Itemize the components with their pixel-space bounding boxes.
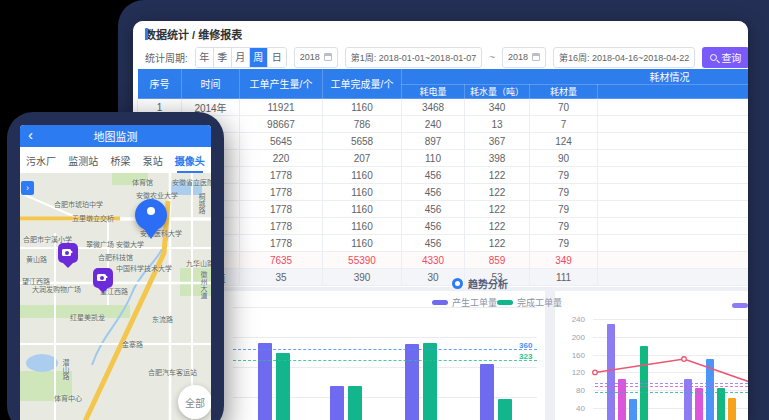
table-cell: 111	[530, 269, 598, 286]
table-cell: 349	[530, 252, 598, 269]
table-cell: 1778	[240, 184, 323, 201]
bar	[728, 398, 736, 420]
map-label: 九华山路	[186, 258, 211, 268]
week-value-2: 第16周: 2018-04-16~2018-04-22	[559, 51, 689, 64]
map-graphics	[20, 173, 211, 420]
breadcrumb-text: 数据统计 / 维修报表	[145, 26, 242, 42]
gridline	[233, 337, 537, 338]
table-cell: 1778	[240, 235, 323, 252]
table-cell: 5645	[240, 133, 323, 150]
location-pin-icon[interactable]	[133, 199, 169, 243]
average-value: 360	[519, 341, 532, 350]
bar	[330, 386, 344, 420]
period-option-月[interactable]: 月	[232, 48, 250, 67]
table-cell: 390	[323, 269, 402, 286]
period-option-日[interactable]: 日	[268, 48, 286, 67]
table-row: 356455658897367124129	[138, 133, 749, 150]
map-view[interactable]: 体育馆安徽省立医院安徽农业大学合肥市琥珀中学桐城路五里墩立交桥安徽医科大学合肥市…	[20, 173, 211, 420]
y-axis-tick: 120	[569, 368, 585, 377]
phone-tab-摄像头[interactable]: 摄像头	[175, 148, 205, 173]
calendar-icon	[324, 53, 332, 61]
breadcrumb: 数据统计 / 维修报表	[145, 27, 242, 41]
table-cell: 250	[598, 99, 749, 116]
year-select-1[interactable]: 2018	[294, 47, 338, 68]
week-range-input-1[interactable]: 第1周: 2018-01-01~2018-01-07	[345, 47, 482, 68]
year-select-2[interactable]: 2018	[502, 47, 546, 68]
camera-marker-icon[interactable]	[93, 268, 113, 288]
gridline	[593, 319, 748, 320]
table-row: 9177811604561227967	[138, 235, 749, 252]
sub-column-header: 耗电量	[402, 85, 465, 99]
table-cell: 14	[598, 269, 749, 286]
table-cell: 11921	[240, 99, 323, 116]
expand-icon[interactable]: ›	[21, 181, 34, 195]
period-option-季[interactable]: 季	[214, 48, 232, 67]
camera-glyph	[62, 249, 71, 256]
year-value-1: 2018	[300, 52, 320, 62]
map-label: 黄山路	[26, 254, 47, 264]
table-cell: 129	[598, 133, 749, 150]
table-cell: 70	[530, 99, 598, 116]
col-no: 序号	[138, 69, 182, 99]
camera-marker-icon[interactable]	[58, 243, 78, 263]
table-cell: 79	[530, 184, 598, 201]
phone-tab-污水厂[interactable]: 污水厂	[26, 148, 56, 173]
legend-swatch	[497, 300, 513, 305]
table-cell: 786	[323, 116, 402, 133]
table-cell: 122	[465, 235, 530, 252]
phone-tab-桥梁[interactable]: 桥梁	[110, 148, 130, 173]
back-icon[interactable]: ‹	[28, 126, 33, 143]
table-cell: 1778	[240, 218, 323, 235]
y-axis-tick: 40	[569, 404, 585, 413]
gridline	[593, 355, 748, 356]
table-cell: 13	[465, 116, 530, 133]
period-option-年[interactable]: 年	[196, 48, 214, 67]
map-label: 五里墩立交桥	[72, 213, 114, 223]
table-cell: 1160	[323, 218, 402, 235]
average-line	[595, 383, 748, 384]
average-line	[233, 360, 537, 361]
phone-tab-监测站[interactable]: 监测站	[68, 148, 98, 173]
all-filter-button[interactable]: 全部	[178, 385, 211, 419]
map-label: 桐城路	[196, 193, 206, 214]
table-cell: 90	[530, 150, 598, 167]
bar	[607, 324, 615, 420]
table-cell: 1160	[323, 184, 402, 201]
calendar-icon	[532, 53, 540, 61]
y-axis-tick: 240	[569, 315, 585, 324]
table-cell: 897	[402, 133, 465, 150]
gridline	[233, 307, 537, 308]
chart-title-icon	[452, 278, 463, 289]
average-line	[595, 386, 748, 387]
table-header: 序号 时间 工单产生量/个 工单完成量/个 耗材情况 耗电量耗水量（吨）耗材量水…	[138, 69, 749, 99]
table-row: 平均值35390305311114	[138, 269, 749, 286]
map-label: 金寨路	[122, 339, 143, 349]
legend-swatch	[432, 300, 448, 305]
table-cell: 1160	[323, 167, 402, 184]
bar	[348, 386, 362, 420]
phone-header: ‹ 地图监测	[20, 125, 211, 147]
table-cell: 456	[402, 235, 465, 252]
map-label: 安徽省立医院	[172, 177, 211, 187]
week-range-input-2[interactable]: 第16周: 2018-04-16~2018-04-22	[553, 47, 695, 68]
table-row: 298667786240137690	[138, 116, 749, 133]
table-cell: 67	[598, 167, 749, 184]
period-segmented-control[interactable]: 年季月周日	[195, 47, 287, 68]
phone-tab-泵站[interactable]: 泵站	[143, 148, 163, 173]
gridline	[593, 337, 748, 338]
table-cell: 110	[402, 150, 465, 167]
sub-column-header: 耗水量（吨）	[465, 85, 530, 99]
y-axis-tick: 80	[569, 386, 585, 395]
sub-column-header: 水量	[598, 85, 749, 99]
col-created: 工单产生量/个	[240, 69, 323, 99]
query-button[interactable]: 查询	[702, 47, 748, 68]
map-label: 合肥科技馆	[98, 252, 133, 262]
table-cell: 1160	[323, 235, 402, 252]
table-cell: 67	[598, 235, 749, 252]
table-cell: 4330	[402, 252, 465, 269]
map-label: 体育馆	[132, 177, 153, 187]
table-cell: 67	[598, 218, 749, 235]
period-option-周[interactable]: 周	[250, 48, 268, 67]
map-label: 合肥市琥珀中学	[54, 199, 103, 209]
table-cell: 7	[530, 116, 598, 133]
